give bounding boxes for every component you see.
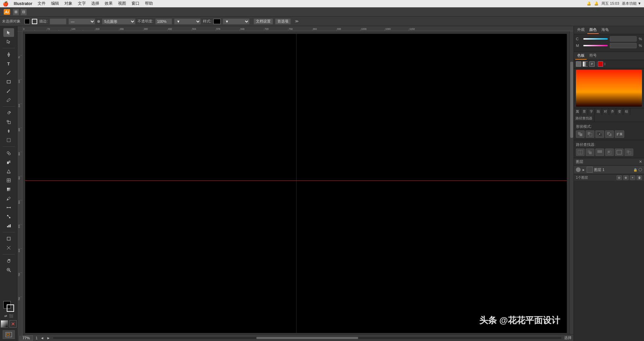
swatch-mode-solid[interactable]	[576, 61, 581, 67]
eyedropper-tool[interactable]	[3, 194, 14, 203]
sub-tab-character[interactable]: 字	[588, 108, 595, 115]
color-gradient-preview[interactable]	[576, 70, 642, 107]
default-colors-icon[interactable]: ⬛	[9, 314, 13, 318]
blend-tool[interactable]	[3, 212, 14, 221]
tab-appearance[interactable]: 外观	[575, 26, 587, 34]
stroke-preview[interactable]	[32, 19, 37, 24]
style-select[interactable]: ▼	[223, 18, 250, 24]
menu-window[interactable]: 窗口	[131, 1, 140, 6]
swatch-mode-pattern[interactable]: P	[589, 61, 595, 67]
rect-tool[interactable]	[3, 77, 14, 86]
tab-color[interactable]: 颜色	[587, 26, 599, 34]
new-layer-btn[interactable]: +	[630, 175, 635, 180]
menu-select[interactable]: 选择	[91, 1, 99, 6]
minus-front-btn[interactable]	[586, 130, 594, 138]
sub-tab-transform[interactable]: 齐	[609, 108, 616, 115]
make-clipping-mask-btn[interactable]: ⊖	[616, 175, 622, 180]
document-view-btn[interactable]: ⊞	[13, 9, 19, 15]
menu-help[interactable]: 帮助	[145, 1, 153, 6]
tab-symbols[interactable]: 符号	[587, 52, 599, 60]
merge-btn[interactable]	[595, 149, 604, 156]
menu-file[interactable]: 文件	[38, 1, 46, 6]
swatch-mode-gradient[interactable]	[583, 61, 588, 67]
paintbrush-tool[interactable]	[3, 87, 14, 95]
artboard[interactable]: 头条 @花花平面设计	[22, 31, 570, 336]
measure-tool[interactable]	[3, 203, 14, 212]
gradient-tool[interactable]	[3, 185, 14, 194]
minus-back-btn[interactable]	[625, 149, 633, 156]
fill-shape-select[interactable]: 5点圆形	[102, 18, 136, 24]
sub-tab-align[interactable]: 对	[602, 108, 609, 115]
c-slider[interactable]	[583, 38, 608, 40]
style-preview[interactable]	[213, 19, 221, 24]
zoom-input[interactable]	[19, 335, 33, 341]
extra-options[interactable]: ≫	[295, 19, 299, 23]
free-transform-tool[interactable]	[3, 136, 14, 145]
pen-tool[interactable]	[3, 50, 14, 59]
menu-effect[interactable]: 效果	[105, 1, 113, 6]
divide-btn[interactable]	[576, 149, 585, 156]
selection-tool[interactable]	[3, 28, 14, 37]
delete-layer-btn[interactable]: 🗑	[637, 175, 642, 180]
rotate-tool[interactable]	[3, 109, 14, 117]
m-value[interactable]	[610, 43, 637, 48]
trim-btn[interactable]	[586, 149, 594, 156]
sub-tab-group2[interactable]: 组	[623, 108, 630, 115]
document-settings-btn[interactable]: 文档设置	[254, 18, 273, 24]
hand-tool[interactable]	[3, 257, 14, 265]
sub-tab-paragraph[interactable]: 段	[595, 108, 602, 115]
menu-object[interactable]: 对象	[64, 1, 72, 6]
menu-edit[interactable]: 编辑	[51, 1, 59, 6]
crop-btn[interactable]	[605, 149, 614, 156]
lock-icon[interactable]: 🔒	[633, 168, 637, 172]
tab-guide[interactable]: 海龟	[599, 26, 611, 34]
mesh-tool[interactable]	[3, 176, 14, 185]
swap-colors-icon[interactable]: ⇄	[4, 314, 7, 318]
stroke-value-input[interactable]	[50, 18, 66, 24]
unite-btn[interactable]	[576, 130, 585, 138]
c-value[interactable]	[610, 36, 637, 42]
opacity-input[interactable]	[155, 18, 172, 24]
live-paint-tool[interactable]	[3, 158, 14, 167]
sub-tab-graphic-styles[interactable]: 景	[581, 108, 588, 115]
zoom-tool[interactable]	[3, 266, 14, 274]
sub-tab-appearance[interactable]: 属	[574, 108, 581, 115]
intersect-btn[interactable]	[595, 130, 604, 138]
status-nav-next[interactable]: ►	[47, 336, 50, 340]
line-tool[interactable]	[3, 68, 14, 77]
slice-tool[interactable]	[3, 243, 14, 252]
pencil-tool[interactable]	[3, 96, 14, 104]
perspective-tool[interactable]	[3, 167, 14, 176]
direct-selection-tool[interactable]	[3, 37, 14, 46]
sub-tab-group[interactable]: 变	[616, 108, 623, 115]
outline-btn[interactable]	[615, 149, 624, 156]
status-nav-prev[interactable]: ◄	[40, 336, 44, 340]
workspace-btn[interactable]: 基本功能 ▼	[622, 1, 641, 6]
menu-view[interactable]: 视图	[118, 1, 126, 6]
expand-btn[interactable]: 扩展	[615, 130, 624, 138]
bottom-scrollbar-thumb[interactable]	[256, 337, 358, 339]
layers-close-btn[interactable]: ✕	[639, 160, 642, 164]
new-sublayer-btn[interactable]: ⊕	[623, 175, 629, 180]
stroke-swatch[interactable]	[7, 304, 14, 312]
type-tool[interactable]: T	[3, 59, 14, 68]
exclude-btn[interactable]	[605, 130, 614, 138]
layer-visibility-toggle[interactable]	[576, 167, 581, 172]
notification-icon[interactable]: 🔔	[587, 1, 591, 6]
scale-tool[interactable]	[3, 118, 14, 126]
layer-item-1[interactable]: ► 图层 1 🔒	[574, 166, 644, 174]
artboard-tool[interactable]	[3, 234, 14, 243]
bottom-scrollbar-track[interactable]	[53, 337, 561, 339]
app-menu-illustrator[interactable]: Illustrator	[14, 1, 32, 6]
column-graph-tool[interactable]	[3, 221, 14, 230]
v-scrollbar[interactable]	[570, 31, 574, 336]
warp-tool[interactable]	[3, 127, 14, 135]
swatch-active-indicator[interactable]	[598, 61, 603, 67]
fill-preview[interactable]	[24, 19, 30, 24]
layer-expand-arrow[interactable]: ►	[582, 168, 585, 172]
tab-swatches[interactable]: 色板	[575, 52, 587, 60]
navigator-icon[interactable]	[3, 330, 15, 339]
apple-logo[interactable]: 🍎	[3, 1, 8, 6]
m-slider[interactable]	[583, 45, 608, 46]
prefs-btn[interactable]: 首选项	[275, 18, 291, 24]
